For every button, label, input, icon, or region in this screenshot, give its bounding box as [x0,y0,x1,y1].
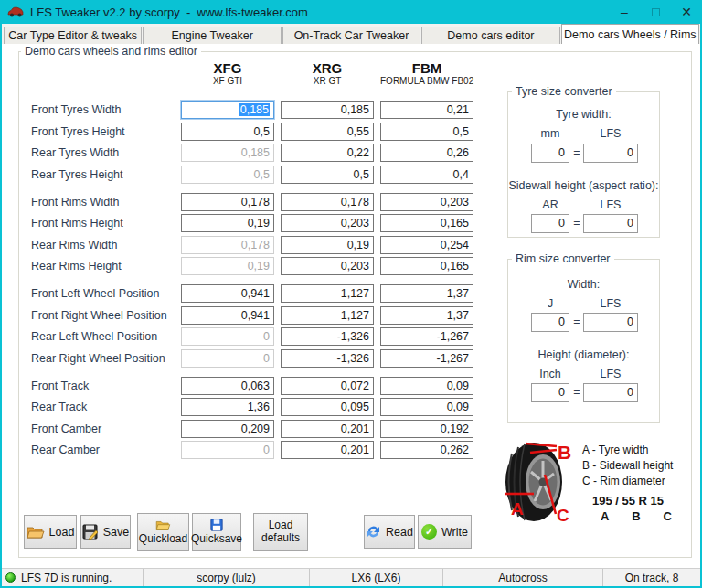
save-button[interactable]: Save [80,515,131,549]
table-row: Rear Right Wheel Position 0 -1,326 -1,26… [16,349,510,368]
window-title: LFS Tweaker v2.2 by scorpy - www.lfs-twe… [30,5,308,19]
value-field[interactable]: 1,37 [380,284,473,303]
equals-sign: = [571,217,582,230]
table-row: Front Left Wheel Position 0,941 1,127 1,… [16,284,510,303]
value-field[interactable]: -1,326 [281,327,374,346]
row-label: Rear Left Wheel Position [16,330,181,343]
rim-width-lfs-field[interactable]: 0 [583,313,638,332]
value-field[interactable]: 0 [181,349,274,368]
tab-car-type-editor[interactable]: Car Type Editor & tweaks [4,27,142,44]
value-field[interactable]: 0,178 [181,193,274,211]
value-field[interactable]: 0,19 [281,236,374,254]
value-field[interactable]: 0,185 [181,144,274,162]
value-field[interactable]: 0,5 [181,166,274,184]
value-field[interactable]: 1,36 [181,398,274,416]
row-label: Rear Tyres Width [16,146,181,159]
value-field[interactable]: 0,095 [281,398,374,416]
value-field[interactable]: 0 [181,441,274,459]
column-header-xfg: XFG XF GTI [181,60,274,87]
value-field[interactable]: 0,165 [380,214,473,232]
quicksave-button[interactable]: Quicksave [192,513,241,551]
value-field[interactable]: 0,5 [281,166,374,184]
value-field[interactable]: 0,203 [281,257,374,275]
table-row: Front Rims Width 0,178 0,178 0,203 [16,193,510,211]
app-window: LFS Tweaker v2.2 by scorpy - www.lfs-twe… [0,0,702,588]
tyre-legend: A - Tyre width B - Sidewall height C - R… [582,443,673,489]
tab-demo-cars-wheels-rims[interactable]: Demo cars Wheels / Rims [561,24,699,44]
value-field[interactable]: 0 [181,327,274,346]
row-label: Front Tyres Width [16,103,181,116]
value-field[interactable]: 0,185 [281,101,374,119]
tyre-size-converter: Tyre size converter Tyre width: mm LFS 0… [507,91,660,238]
value-field[interactable]: 0,165 [380,257,473,275]
table-row: Front Tyres Width 0,185 0,185 0,21 [16,101,510,119]
value-field[interactable]: 1,127 [281,284,374,303]
tab-engine-tweaker[interactable]: Engine Tweaker [143,27,281,44]
tyre-width-mm-field[interactable]: 0 [531,144,569,163]
read-button[interactable]: Read [364,515,415,549]
legend-rim-diameter: C - Rim diameter [582,474,673,489]
tyre-diagram-image: B A C [503,437,576,524]
value-field[interactable]: -1,326 [281,349,374,368]
value-field[interactable]: 0,192 [380,420,473,438]
value-field[interactable]: 0,5 [380,123,473,141]
value-field[interactable]: 0,178 [281,193,374,211]
value-field[interactable]: 0,072 [281,377,374,395]
value-field[interactable]: 0,201 [281,441,374,459]
load-defaults-button[interactable]: Load defaults [253,513,308,551]
value-field[interactable]: 0,254 [380,236,473,254]
value-field[interactable]: 0,941 [181,284,274,303]
value-field[interactable]: 0,19 [181,257,274,275]
figure-letter-c: C [557,506,569,524]
value-field[interactable]: 1,37 [380,306,473,325]
table-row: Rear Left Wheel Position 0 -1,326 -1,267 [16,327,510,346]
column-headers: XFG XF GTI XRG XR GT FBM FORMULA BMW FB0… [16,60,510,87]
value-field[interactable]: 0,22 [281,144,374,162]
value-field[interactable]: 0,201 [281,420,374,438]
rim-width-label: Width: [508,278,659,291]
value-field[interactable]: 0,209 [181,420,274,438]
tyre-width-lfs-field[interactable]: 0 [583,144,638,163]
close-button[interactable]: ✕ [671,0,702,24]
rim-width-j-field[interactable]: 0 [531,313,569,332]
value-field[interactable]: 0,21 [380,101,473,119]
value-field[interactable]: 0,941 [181,306,274,325]
tab-demo-cars-editor[interactable]: Demo cars editor [421,27,559,44]
value-field[interactable]: 0,262 [380,441,473,459]
status-car: LX6 (LX6) [310,569,443,586]
value-field[interactable]: 0,185 [181,101,274,119]
value-field[interactable]: 0,09 [380,398,473,416]
inch-unit-label: Inch [531,368,569,380]
folder-icon [27,525,45,540]
sidewall-lfs-field[interactable]: 0 [583,214,638,233]
quickload-button[interactable]: Quickload [137,513,189,551]
value-field[interactable]: 0,09 [380,377,473,395]
row-label: Front Tyres Height [16,125,181,138]
value-field[interactable]: 0,55 [281,123,374,141]
value-field[interactable]: 0,5 [181,123,274,141]
client-area: Demo cars wheels and rims editor XFG XF … [2,44,700,586]
value-field[interactable]: -1,267 [380,327,473,346]
write-button[interactable]: ✓ Write [418,515,472,549]
value-field[interactable]: -1,267 [380,349,473,368]
sidewall-ar-field[interactable]: 0 [531,214,569,233]
load-button[interactable]: Load [24,515,77,549]
value-field[interactable]: 0,19 [181,214,274,232]
row-label: Front Camber [16,422,181,435]
rim-height-inch-field[interactable]: 0 [531,383,569,402]
table-row: Rear Track 1,36 0,095 0,09 [16,398,510,416]
rim-height-lfs-field[interactable]: 0 [583,383,638,402]
tab-on-track-car-tweaker[interactable]: On-Track Car Tweaker [282,27,420,44]
value-field[interactable]: 0,178 [181,236,274,254]
table-row: Rear Rims Height 0,19 0,203 0,165 [16,257,510,275]
value-field[interactable]: 0,4 [380,166,473,184]
minimize-button[interactable]: – [609,0,640,24]
lfs-unit-label: LFS [583,127,638,140]
value-field[interactable]: 0,26 [380,144,473,162]
value-field[interactable]: 0,203 [380,193,473,211]
value-field[interactable]: 1,127 [281,306,374,325]
maximize-button[interactable] [640,0,671,24]
value-field[interactable]: 0,203 [281,214,374,232]
rim-height-label: Height (diameter): [508,348,659,361]
value-field[interactable]: 0,063 [181,377,274,395]
